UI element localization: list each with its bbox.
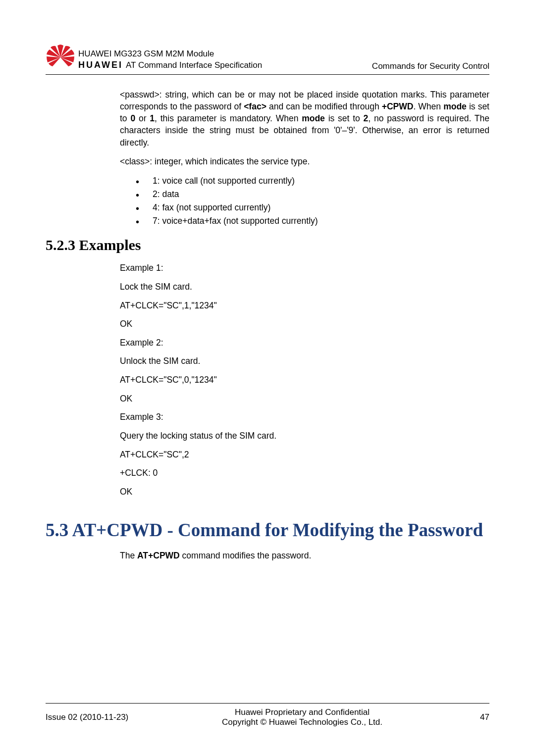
cpwd-paragraph: The AT+CPWD command modifies the passwor… bbox=[120, 550, 489, 561]
footer-center: Huawei Proprietary and Confidential Copy… bbox=[145, 707, 460, 727]
passwd-paragraph: <passwd>: string, which can be or may no… bbox=[120, 89, 489, 149]
footer-line-2: Copyright © Huawei Technologies Co., Ltd… bbox=[145, 717, 460, 727]
example-line: Unlock the SIM card. bbox=[120, 355, 489, 367]
footer-line-1: Huawei Proprietary and Confidential bbox=[145, 707, 460, 717]
text: is set to bbox=[325, 113, 364, 123]
list-item: 4: fax (not supported currently) bbox=[136, 201, 489, 214]
example-line: AT+CLCK="SC",1,"1234" bbox=[120, 300, 489, 312]
example-line: Example 3: bbox=[120, 411, 489, 423]
text: . When bbox=[413, 101, 443, 111]
text: and can be modified through bbox=[267, 101, 382, 111]
text: , this parameter is mandatory. When bbox=[155, 113, 302, 123]
page-header: HUAWEI MG323 GSM M2M Module HUAWEI AT Co… bbox=[46, 45, 489, 75]
list-item: 1: voice call (not supported currently) bbox=[136, 174, 489, 188]
text: command modifies the password. bbox=[180, 551, 312, 560]
huawei-logo-icon bbox=[46, 45, 75, 72]
page-footer: Issue 02 (2010-11-23) Huawei Proprietary… bbox=[46, 703, 489, 727]
header-right: Commands for Security Control bbox=[372, 61, 489, 72]
fac-bold: <fac> bbox=[244, 101, 267, 111]
one-bold: 1 bbox=[150, 113, 155, 123]
list-item: 2: data bbox=[136, 188, 489, 201]
brand-text: HUAWEI bbox=[78, 60, 123, 70]
example-line: Query the locking status of the SIM card… bbox=[120, 430, 489, 442]
text: The bbox=[120, 551, 137, 560]
example-line: Example 1: bbox=[120, 262, 489, 274]
header-left: HUAWEI MG323 GSM M2M Module HUAWEI AT Co… bbox=[46, 45, 262, 72]
example-line: OK bbox=[120, 486, 489, 498]
example-line: Lock the SIM card. bbox=[120, 281, 489, 293]
cpwd-bold: +CPWD bbox=[382, 101, 414, 111]
class-paragraph: <class>: integer, which indicates the se… bbox=[120, 155, 489, 167]
page-number: 47 bbox=[460, 712, 489, 722]
doc-title-1: HUAWEI MG323 GSM M2M Module bbox=[78, 49, 262, 60]
section-5-2-3-heading: 5.2.3 Examples bbox=[46, 237, 489, 253]
doc-title-2: AT Command Interface Specification bbox=[126, 60, 262, 71]
example-line: Example 2: bbox=[120, 337, 489, 349]
mode-bold: mode bbox=[443, 101, 467, 111]
mode-bold: mode bbox=[302, 113, 325, 123]
footer-issue: Issue 02 (2010-11-23) bbox=[46, 712, 145, 722]
atcpwd-bold: AT+CPWD bbox=[137, 551, 180, 560]
header-titles: HUAWEI MG323 GSM M2M Module HUAWEI AT Co… bbox=[78, 49, 262, 72]
section-5-3-heading: 5.3 AT+CPWD - Command for Modifying the … bbox=[46, 520, 489, 541]
zero-bold: 0 bbox=[130, 113, 135, 123]
list-item: 7: voice+data+fax (not supported current… bbox=[136, 214, 489, 228]
class-list: 1: voice call (not supported currently) … bbox=[136, 174, 489, 228]
example-line: OK bbox=[120, 393, 489, 405]
body-content: <passwd>: string, which can be or may no… bbox=[46, 89, 489, 561]
text: or bbox=[135, 113, 150, 123]
two-bold: 2 bbox=[364, 113, 369, 123]
example-line: OK bbox=[120, 318, 489, 330]
example-line: +CLCK: 0 bbox=[120, 467, 489, 479]
example-line: AT+CLCK="SC",2 bbox=[120, 449, 489, 461]
example-line: AT+CLCK="SC",0,"1234" bbox=[120, 374, 489, 386]
